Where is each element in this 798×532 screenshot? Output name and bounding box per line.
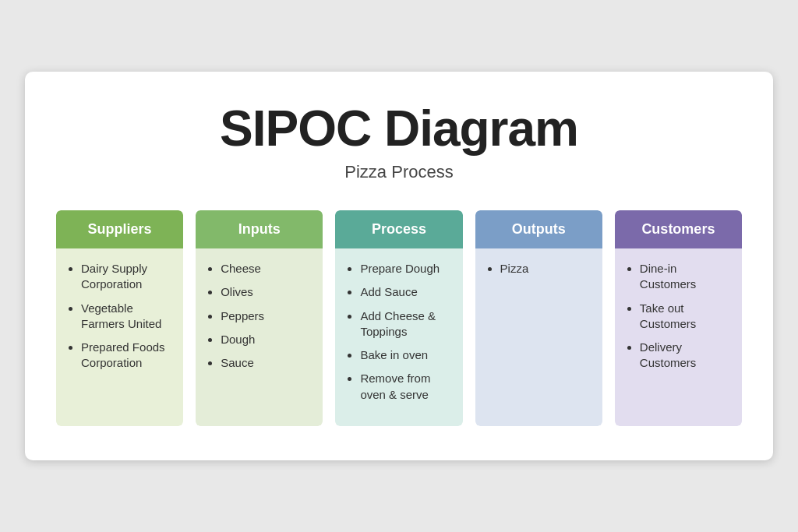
list-item: Sauce	[221, 355, 312, 371]
list-item: Add Cheese & Toppings	[360, 308, 451, 340]
sipoc-list-suppliers: Dairy Supply CorporationVegetable Farmer…	[67, 261, 172, 372]
list-item: Bake in oven	[360, 347, 451, 363]
sipoc-header-suppliers: Suppliers	[56, 210, 183, 248]
sub-title: Pizza Process	[56, 162, 742, 182]
list-item: Prepare Dough	[360, 261, 451, 277]
sipoc-list-inputs: CheeseOlivesPeppersDoughSauce	[207, 261, 312, 371]
sipoc-header-customers: Customers	[615, 210, 742, 248]
list-item: Dough	[221, 332, 312, 347]
list-item: Olives	[221, 284, 312, 300]
list-item: Peppers	[221, 308, 312, 324]
sipoc-body-customers: Dine-in CustomersTake out CustomersDeliv…	[615, 248, 742, 426]
sipoc-header-outputs: Outputs	[475, 210, 602, 248]
main-title: SIPOC Diagram	[56, 100, 742, 157]
sipoc-body-outputs: Pizza	[475, 248, 602, 426]
list-item: Vegetable Farmers United	[81, 301, 172, 333]
list-item: Add Sauce	[360, 284, 451, 300]
list-item: Delivery Customers	[640, 340, 731, 372]
list-item: Take out Customers	[640, 301, 731, 333]
sipoc-list-outputs: Pizza	[486, 261, 591, 277]
sipoc-grid: SuppliersDairy Supply CorporationVegetab…	[56, 210, 742, 426]
sipoc-header-inputs: Inputs	[196, 210, 323, 248]
sipoc-column-customers: CustomersDine-in CustomersTake out Custo…	[615, 210, 742, 426]
list-item: Remove from oven & serve	[360, 371, 451, 403]
sipoc-card: SIPOC Diagram Pizza Process SuppliersDai…	[25, 72, 773, 460]
list-item: Pizza	[500, 261, 591, 277]
sipoc-column-inputs: InputsCheeseOlivesPeppersDoughSauce	[196, 210, 323, 426]
list-item: Dairy Supply Corporation	[81, 261, 172, 293]
sipoc-body-suppliers: Dairy Supply CorporationVegetable Farmer…	[56, 248, 183, 426]
sipoc-column-suppliers: SuppliersDairy Supply CorporationVegetab…	[56, 210, 183, 426]
sipoc-list-customers: Dine-in CustomersTake out CustomersDeliv…	[626, 261, 731, 372]
list-item: Prepared Foods Corporation	[81, 340, 172, 372]
sipoc-column-process: ProcessPrepare DoughAdd SauceAdd Cheese …	[335, 210, 462, 426]
sipoc-header-process: Process	[335, 210, 462, 248]
sipoc-list-process: Prepare DoughAdd SauceAdd Cheese & Toppi…	[346, 261, 451, 403]
sipoc-body-inputs: CheeseOlivesPeppersDoughSauce	[196, 248, 323, 426]
list-item: Dine-in Customers	[640, 261, 731, 293]
sipoc-column-outputs: OutputsPizza	[475, 210, 602, 426]
list-item: Cheese	[221, 261, 312, 277]
sipoc-body-process: Prepare DoughAdd SauceAdd Cheese & Toppi…	[335, 248, 462, 426]
